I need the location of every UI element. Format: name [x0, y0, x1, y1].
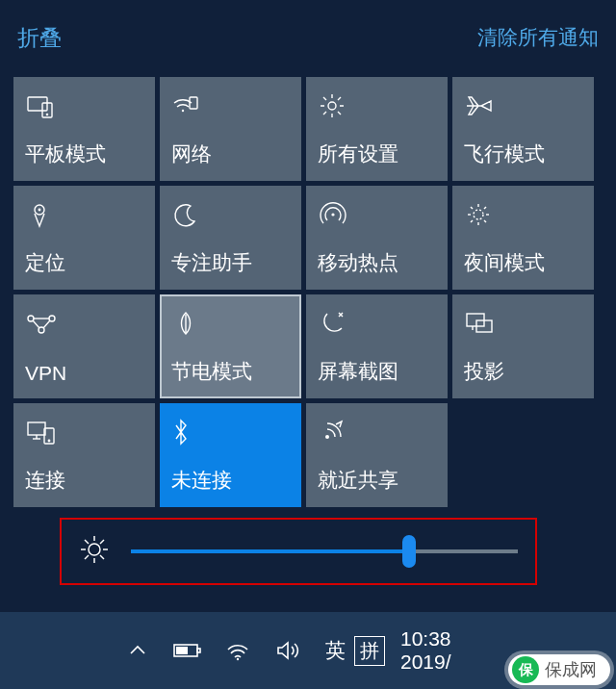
- svg-rect-0: [28, 97, 47, 111]
- tray-overflow-chevron-icon[interactable]: [116, 628, 160, 673]
- tile-label: 定位: [25, 249, 143, 276]
- tile-label: 投影: [464, 358, 582, 385]
- tile-label: 专注助手: [171, 249, 290, 276]
- header-row: 折叠 清除所有通知: [0, 0, 616, 54]
- tile-all-settings[interactable]: 所有设置: [306, 77, 448, 181]
- ime-mode[interactable]: 拼: [354, 636, 385, 666]
- tile-bluetooth[interactable]: 未连接: [160, 403, 301, 507]
- svg-line-39: [85, 540, 89, 544]
- slider-track: [131, 549, 518, 553]
- svg-line-22: [43, 320, 50, 328]
- quick-actions-grid: 平板模式网络所有设置飞行模式定位专注助手移动热点夜间模式VPN节电模式屏幕截图投…: [13, 77, 604, 512]
- svg-line-17: [471, 220, 473, 222]
- tile-label: 节电模式: [171, 358, 290, 385]
- slider-thumb[interactable]: [402, 535, 416, 568]
- tile-night-light[interactable]: 夜间模式: [452, 186, 594, 290]
- svg-point-5: [328, 102, 336, 110]
- brightness-slider[interactable]: [131, 532, 518, 571]
- project-icon: [464, 304, 582, 343]
- nearby-icon: [318, 413, 436, 451]
- svg-point-9: [474, 210, 483, 219]
- svg-point-34: [89, 544, 100, 555]
- slider-fill: [131, 549, 409, 553]
- collapse-link[interactable]: 折叠: [17, 23, 62, 53]
- connect-icon: [25, 413, 143, 451]
- tile-label: 平板模式: [25, 140, 143, 167]
- tile-label: 飞行模式: [464, 140, 582, 167]
- clock-date: 2019/: [400, 651, 451, 674]
- svg-line-42: [85, 555, 89, 559]
- wifi-cell-icon: [171, 87, 290, 125]
- gear-icon: [318, 87, 436, 125]
- night-icon: [464, 195, 582, 234]
- brightness-row: [60, 518, 537, 585]
- snip-icon: [318, 304, 436, 343]
- svg-line-16: [484, 207, 486, 209]
- tile-focus-assist[interactable]: 专注助手: [160, 186, 301, 290]
- wifi-icon[interactable]: [216, 628, 260, 673]
- ime-language[interactable]: 英: [316, 637, 354, 664]
- svg-point-46: [237, 658, 239, 660]
- tile-connect[interactable]: 连接: [13, 403, 155, 507]
- tile-project[interactable]: 投影: [452, 294, 594, 398]
- hotspot-icon: [318, 195, 436, 234]
- svg-point-7: [38, 209, 41, 212]
- svg-point-33: [325, 435, 329, 439]
- svg-line-15: [484, 220, 486, 222]
- svg-line-14: [471, 207, 473, 209]
- tile-tablet-mode[interactable]: 平板模式: [13, 77, 155, 181]
- bluetooth-icon: [171, 413, 290, 451]
- tile-label: 移动热点: [318, 249, 436, 276]
- tile-label: 所有设置: [318, 140, 436, 167]
- tile-nearby-share[interactable]: 就近共享: [306, 403, 448, 507]
- svg-point-32: [48, 440, 49, 441]
- svg-rect-28: [28, 422, 45, 435]
- tablet-icon: [25, 87, 143, 125]
- airplane-icon: [464, 87, 582, 125]
- tile-label: 未连接: [171, 467, 290, 494]
- tile-airplane-mode[interactable]: 飞行模式: [452, 77, 594, 181]
- tile-screen-snip[interactable]: 屏幕截图: [306, 294, 448, 398]
- action-center-panel: 折叠 清除所有通知 平板模式网络所有设置飞行模式定位专注助手移动热点夜间模式VP…: [0, 0, 616, 689]
- leaf-icon: [171, 304, 290, 343]
- svg-rect-45: [176, 647, 188, 654]
- battery-icon[interactable]: [166, 628, 210, 673]
- tile-mobile-hotspot[interactable]: 移动热点: [306, 186, 448, 290]
- watermark-text: 保成网: [545, 658, 597, 681]
- tile-location[interactable]: 定位: [13, 186, 155, 290]
- tile-network[interactable]: 网络: [160, 77, 301, 181]
- tile-label: 屏幕截图: [318, 358, 436, 385]
- tile-label: 夜间模式: [464, 249, 582, 276]
- clock[interactable]: 10:38 2019/: [400, 627, 451, 674]
- svg-line-40: [100, 555, 104, 559]
- watermark-badge: 保: [512, 656, 539, 683]
- moon-icon: [171, 195, 290, 234]
- brightness-icon: [79, 534, 110, 569]
- watermark: 保 保成网 zsbaocheng.com: [508, 654, 610, 685]
- svg-point-2: [46, 114, 47, 115]
- tile-battery-saver[interactable]: 节电模式: [160, 294, 301, 398]
- location-icon: [25, 195, 143, 234]
- tile-vpn[interactable]: VPN: [13, 294, 155, 398]
- clear-all-link[interactable]: 清除所有通知: [477, 24, 599, 51]
- clock-time: 10:38: [400, 627, 451, 651]
- tile-label: 连接: [25, 467, 143, 494]
- svg-rect-44: [197, 649, 200, 652]
- vpn-icon: [25, 304, 143, 343]
- tile-label: 就近共享: [318, 467, 436, 494]
- svg-point-8: [331, 213, 334, 216]
- volume-icon[interactable]: [266, 628, 310, 673]
- svg-line-21: [33, 320, 39, 328]
- svg-point-3: [182, 110, 184, 112]
- svg-line-41: [100, 540, 104, 544]
- tile-label: 网络: [171, 140, 290, 167]
- tile-label: VPN: [25, 362, 143, 385]
